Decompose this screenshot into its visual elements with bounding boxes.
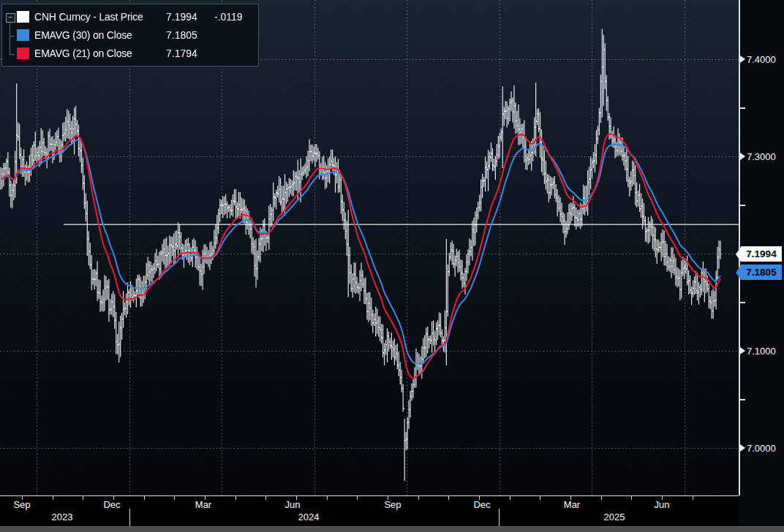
x-axis-month-tick (540, 496, 540, 500)
price-badge-tip (736, 247, 741, 262)
legend-item-emavg-30[interactable]: EMAVG (30) on Close 7.1805 (5, 26, 254, 44)
legend-value: 7.1994 (166, 11, 214, 23)
bloomberg-chart-window: − CNH Curncy - Last Price 7.1994 -.0119 … (0, 0, 784, 532)
x-axis-month-tick (235, 496, 236, 500)
chart-legend: − CNH Curncy - Last Price 7.1994 -.0119 … (1, 4, 259, 66)
price-badge: 7.1994 (741, 246, 782, 262)
price-badge-tip (736, 265, 741, 280)
tick-arrow-icon (740, 444, 745, 452)
y-axis-minor-tick (740, 205, 745, 206)
y-axis-tick-label: 7.3000 (740, 151, 776, 162)
x-axis-month-tick (327, 496, 328, 500)
x-axis-month-label: Mar (564, 499, 580, 510)
x-axis-month-tick (601, 496, 602, 500)
tick-arrow-icon (740, 153, 745, 160)
year-separator-line (499, 509, 500, 526)
x-axis-month-tick (693, 496, 693, 500)
legend-value: 7.1805 (166, 29, 214, 41)
y-axis-minor-tick (740, 302, 745, 303)
x-axis-month-tick (265, 496, 266, 500)
price-chart-canvas[interactable] (0, 0, 739, 495)
legend-change: -.0119 (214, 11, 243, 23)
legend-tree-connector (10, 23, 10, 55)
y-axis-minor-tick (740, 107, 745, 109)
x-axis-month-tick (144, 496, 145, 500)
y-axis-tick-label: 7.0000 (740, 442, 776, 454)
x-axis-month-tick (418, 496, 419, 500)
tick-arrow-icon (740, 56, 745, 63)
legend-label: EMAVG (30) on Close (34, 29, 166, 41)
legend-label: CNH Curncy - Last Price (34, 11, 166, 23)
x-axis-month-label: Jun (285, 499, 301, 510)
x-axis-month-label: Jun (655, 499, 670, 510)
x-axis-month-tick (631, 496, 632, 500)
axis-corner (739, 495, 784, 526)
legend-collapse-icon[interactable]: − (6, 13, 15, 23)
legend-value: 7.1794 (166, 48, 214, 59)
legend-item-cnh-last-price[interactable]: CNH Curncy - Last Price 7.1994 -.0119 (5, 7, 254, 26)
x-axis-year-label: 2024 (298, 512, 320, 522)
tick-arrow-icon (740, 347, 745, 354)
x-axis-month-tick (53, 496, 53, 500)
legend-label: EMAVG (21) on Close (34, 48, 166, 59)
x-axis-month-label: Sep (384, 499, 401, 510)
x-axis-month-label: Sep (13, 499, 30, 510)
emavg21-swatch (17, 48, 29, 59)
date-axis[interactable]: SepDecMarJunSepDecMarJun202320242025 (0, 495, 739, 526)
x-axis-month-label: Dec (103, 499, 120, 510)
x-axis-year-label: 2023 (52, 512, 73, 522)
year-separator-line (129, 509, 130, 526)
legend-item-emavg-21[interactable]: EMAVG (21) on Close 7.1794 (5, 44, 254, 62)
y-axis-minor-tick (740, 399, 745, 400)
y-axis-tick-label: 7.1000 (740, 345, 776, 357)
x-axis-month-label: Mar (195, 499, 211, 510)
x-axis-month-label: Dec (473, 499, 490, 510)
x-axis-month-tick (83, 496, 83, 500)
emavg30-swatch (17, 29, 29, 41)
x-axis-year-label: 2025 (604, 512, 625, 522)
price-badge: 7.1805 (741, 265, 782, 280)
cnh-price-swatch (17, 11, 29, 23)
x-axis-month-tick (448, 496, 449, 500)
x-axis-month-tick (510, 496, 510, 500)
x-axis-month-tick (174, 496, 175, 500)
y-axis-tick-label: 7.4000 (740, 53, 776, 65)
x-axis-month-tick (357, 496, 358, 500)
price-axis[interactable]: 7.40007.30007.10007.00007.19947.1805 (739, 0, 784, 495)
chart-plot-area[interactable]: − CNH Curncy - Last Price 7.1994 -.0119 … (0, 0, 739, 495)
horizontal-scrollbar[interactable] (0, 526, 784, 532)
